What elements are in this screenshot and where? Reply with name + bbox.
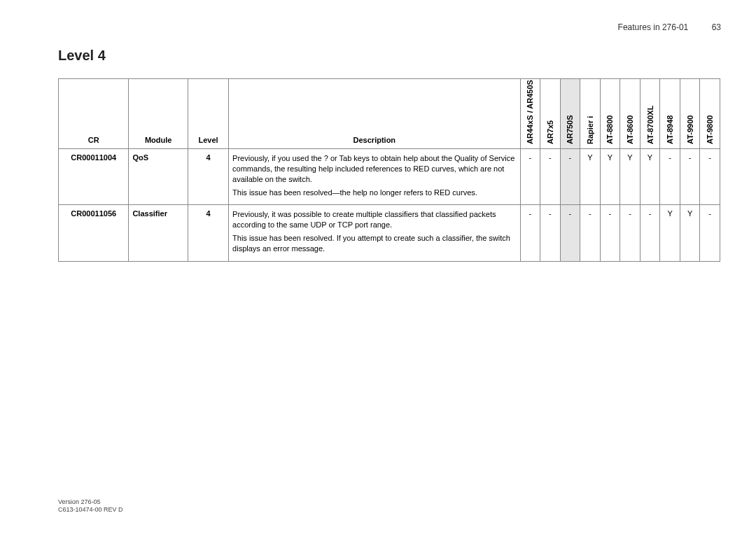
description-paragraph: Previously, if you used the ? or Tab key… (232, 153, 516, 185)
cell-device: Y (640, 149, 660, 205)
col-header-device-4: AT-8800 (600, 79, 620, 149)
col-header-level: Level (188, 79, 228, 149)
col-header-device-1: AR7x5 (540, 79, 561, 149)
footer-rev: C613-10474-00 REV D (58, 506, 123, 514)
col-header-device-3: Rapier i (580, 79, 601, 149)
col-header-device-7: AT-8948 (660, 79, 680, 149)
table-container: CR Module Level Description AR44xS / AR4… (58, 78, 720, 262)
col-header-device-8: AT-9900 (680, 79, 700, 149)
feature-table: CR Module Level Description AR44xS / AR4… (58, 78, 720, 262)
cell-device: - (520, 205, 540, 261)
cell-device: Y (660, 205, 680, 261)
cell-device: - (640, 205, 660, 261)
cell-cr: CR00011004 (59, 149, 129, 205)
cell-device: - (700, 205, 720, 261)
table-body: CR00011004QoS4Previously, if you used th… (59, 149, 720, 262)
header-section: Features in 276-01 (618, 22, 689, 32)
cell-cr: CR00011056 (59, 205, 129, 261)
cell-device: - (600, 205, 620, 261)
col-header-cr: CR (59, 79, 129, 149)
page-footer: Version 276-05 C613-10474-00 REV D (58, 498, 123, 514)
col-header-device-0: AR44xS / AR450S (520, 79, 540, 149)
footer-version: Version 276-05 (58, 498, 123, 507)
cell-device: - (560, 149, 580, 205)
cell-device: - (520, 149, 540, 205)
cell-device: - (660, 149, 680, 205)
page-header: Features in 276-01 63 (618, 22, 721, 32)
cell-device: - (560, 205, 580, 261)
cell-module: QoS (129, 149, 188, 205)
cell-device: Y (680, 205, 700, 261)
cell-level: 4 (188, 205, 228, 261)
description-paragraph: Previously, it was possible to create mu… (232, 209, 516, 230)
description-paragraph: This issue has been resolved—the help no… (232, 188, 516, 198)
cell-device: Y (600, 149, 620, 205)
cell-device: - (700, 149, 720, 205)
description-paragraph: This issue has been resolved. If you att… (232, 233, 516, 254)
cell-description: Previously, it was possible to create mu… (229, 205, 520, 261)
col-header-device-5: AT-8600 (620, 79, 640, 149)
cell-device: - (540, 205, 561, 261)
cell-device: - (680, 149, 700, 205)
cell-device: - (580, 205, 601, 261)
col-header-module: Module (129, 79, 188, 149)
cell-device: - (540, 149, 561, 205)
cell-level: 4 (188, 149, 228, 205)
cell-description: Previously, if you used the ? or Tab key… (229, 149, 520, 205)
cell-device: - (620, 205, 640, 261)
cell-device: Y (620, 149, 640, 205)
table-header-row: CR Module Level Description AR44xS / AR4… (59, 79, 720, 149)
table-row: CR00011004QoS4Previously, if you used th… (59, 149, 720, 205)
cell-device: Y (580, 149, 601, 205)
col-header-description: Description (229, 79, 520, 149)
section-heading: Level 4 (58, 48, 106, 64)
cell-module: Classifier (129, 205, 188, 261)
col-header-device-6: AT-8700XL (640, 79, 660, 149)
col-header-device-2: AR750S (560, 79, 580, 149)
table-row: CR00011056Classifier4Previously, it was … (59, 205, 720, 261)
col-header-device-9: AT-9800 (700, 79, 720, 149)
page-number: 63 (712, 22, 721, 32)
